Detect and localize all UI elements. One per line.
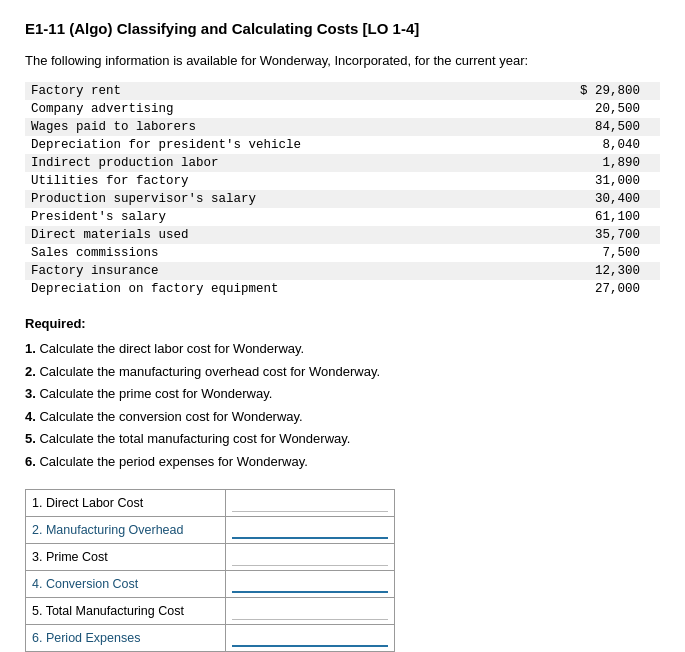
cost-table-row: Direct materials used 35,700 <box>25 226 660 244</box>
answer-input-field[interactable] <box>232 629 388 647</box>
required-heading: Required: <box>25 316 660 331</box>
cost-label: Indirect production labor <box>25 154 438 172</box>
cost-table-row: Company advertising 20,500 <box>25 100 660 118</box>
answer-row-input[interactable] <box>225 625 394 652</box>
cost-table-row: Production supervisor's salary 30,400 <box>25 190 660 208</box>
cost-amount: 7,500 <box>438 244 660 262</box>
cost-amount: 30,400 <box>438 190 660 208</box>
answer-row-label: 5. Total Manufacturing Cost <box>26 598 226 625</box>
answer-row-input[interactable] <box>225 571 394 598</box>
cost-table-row: Sales commissions 7,500 <box>25 244 660 262</box>
cost-label: Direct materials used <box>25 226 438 244</box>
cost-label: Production supervisor's salary <box>25 190 438 208</box>
cost-label: Sales commissions <box>25 244 438 262</box>
cost-amount: 8,040 <box>438 136 660 154</box>
cost-amount: $ 29,800 <box>438 82 660 100</box>
cost-amount: 61,100 <box>438 208 660 226</box>
answer-row-label: 3. Prime Cost <box>26 544 226 571</box>
answer-row-label: 1. Direct Labor Cost <box>26 490 226 517</box>
requirement-item: 6. Calculate the period expenses for Won… <box>25 452 660 472</box>
answer-row[interactable]: 3. Prime Cost <box>26 544 395 571</box>
answer-input-field[interactable] <box>232 603 388 620</box>
cost-table-row: Depreciation for president's vehicle 8,0… <box>25 136 660 154</box>
cost-table-row: Wages paid to laborers 84,500 <box>25 118 660 136</box>
answer-row-label: 2. Manufacturing Overhead <box>26 517 226 544</box>
requirement-item: 1. Calculate the direct labor cost for W… <box>25 339 660 359</box>
requirement-item: 4. Calculate the conversion cost for Won… <box>25 407 660 427</box>
answer-input-field[interactable] <box>232 521 388 539</box>
cost-label: Factory insurance <box>25 262 438 280</box>
answer-row-input[interactable] <box>225 598 394 625</box>
cost-table-row: Depreciation on factory equipment 27,000 <box>25 280 660 298</box>
cost-amount: 27,000 <box>438 280 660 298</box>
page-title: E1-11 (Algo) Classifying and Calculating… <box>25 20 660 37</box>
answer-row-label: 4. Conversion Cost <box>26 571 226 598</box>
cost-amount: 1,890 <box>438 154 660 172</box>
cost-label: President's salary <box>25 208 438 226</box>
cost-amount: 31,000 <box>438 172 660 190</box>
cost-table-row: Utilities for factory 31,000 <box>25 172 660 190</box>
answer-row[interactable]: 1. Direct Labor Cost <box>26 490 395 517</box>
answer-row-input[interactable] <box>225 517 394 544</box>
cost-table-row: President's salary 61,100 <box>25 208 660 226</box>
requirement-item: 3. Calculate the prime cost for Wonderwa… <box>25 384 660 404</box>
answer-row[interactable]: 5. Total Manufacturing Cost <box>26 598 395 625</box>
requirements-list: 1. Calculate the direct labor cost for W… <box>25 339 660 471</box>
cost-amount: 35,700 <box>438 226 660 244</box>
cost-label: Wages paid to laborers <box>25 118 438 136</box>
cost-table-row: Factory insurance 12,300 <box>25 262 660 280</box>
intro-text: The following information is available f… <box>25 53 660 68</box>
answer-row[interactable]: 6. Period Expenses <box>26 625 395 652</box>
answer-row-input[interactable] <box>225 490 394 517</box>
requirement-item: 2. Calculate the manufacturing overhead … <box>25 362 660 382</box>
cost-label: Utilities for factory <box>25 172 438 190</box>
cost-table-row: Factory rent $ 29,800 <box>25 82 660 100</box>
answer-row[interactable]: 2. Manufacturing Overhead <box>26 517 395 544</box>
cost-amount: 84,500 <box>438 118 660 136</box>
answer-table[interactable]: 1. Direct Labor Cost 2. Manufacturing Ov… <box>25 489 395 652</box>
cost-table-row: Indirect production labor 1,890 <box>25 154 660 172</box>
answer-row-label: 6. Period Expenses <box>26 625 226 652</box>
cost-items-table: Factory rent $ 29,800 Company advertisin… <box>25 82 660 298</box>
cost-label: Factory rent <box>25 82 438 100</box>
cost-label: Company advertising <box>25 100 438 118</box>
answer-row[interactable]: 4. Conversion Cost <box>26 571 395 598</box>
answer-input-field[interactable] <box>232 575 388 593</box>
answer-input-field[interactable] <box>232 495 388 512</box>
cost-amount: 20,500 <box>438 100 660 118</box>
answer-row-input[interactable] <box>225 544 394 571</box>
requirement-item: 5. Calculate the total manufacturing cos… <box>25 429 660 449</box>
answer-input-field[interactable] <box>232 549 388 566</box>
cost-amount: 12,300 <box>438 262 660 280</box>
cost-label: Depreciation on factory equipment <box>25 280 438 298</box>
cost-label: Depreciation for president's vehicle <box>25 136 438 154</box>
